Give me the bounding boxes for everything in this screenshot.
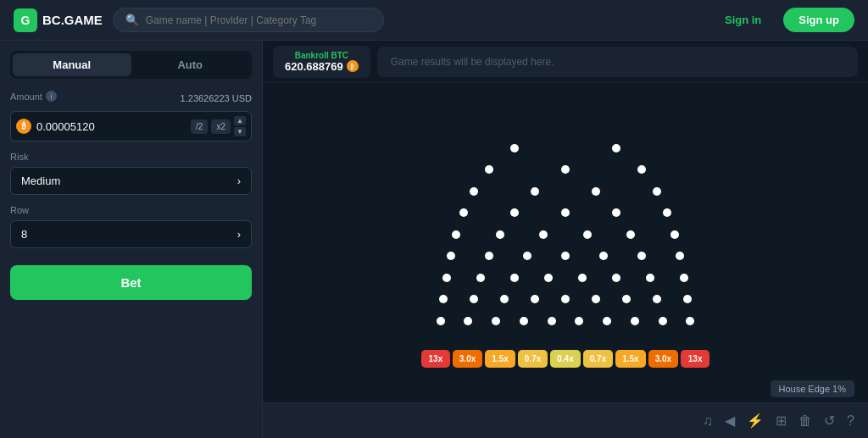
peg bbox=[637, 165, 646, 174]
peg bbox=[599, 252, 608, 260]
peg bbox=[663, 208, 671, 217]
game-area: Bankroll BTC 620.688769 ₿ Game results w… bbox=[263, 41, 868, 438]
game-topbar: Bankroll BTC 620.688769 ₿ Game results w… bbox=[263, 41, 868, 83]
results-bar: Game results will be displayed here. bbox=[377, 47, 858, 77]
peg bbox=[439, 295, 448, 303]
multiplier-box: 13x bbox=[421, 350, 450, 368]
double-button[interactable]: x2 bbox=[211, 119, 231, 134]
bet-button[interactable]: Bet bbox=[10, 265, 252, 300]
lightning-icon[interactable]: ⚡ bbox=[747, 413, 764, 429]
peg bbox=[531, 295, 539, 303]
peg bbox=[539, 230, 548, 239]
peg bbox=[464, 317, 472, 325]
peg bbox=[510, 274, 519, 282]
peg bbox=[561, 165, 570, 174]
peg bbox=[447, 252, 455, 260]
grid-icon[interactable]: ⊞ bbox=[776, 413, 787, 429]
btc-icon: ₿ bbox=[16, 119, 31, 134]
music-icon[interactable]: ♫ bbox=[703, 413, 713, 429]
peg bbox=[442, 274, 451, 282]
peg bbox=[520, 317, 528, 325]
plinko-board: 13x3.0x1.5x0.7x0.4x0.7x1.5x3.0x13x bbox=[263, 83, 868, 402]
peg bbox=[603, 317, 611, 325]
results-text: Game results will be displayed here. bbox=[391, 56, 554, 68]
peg bbox=[676, 252, 684, 260]
multipliers-row: 13x3.0x1.5x0.7x0.4x0.7x1.5x3.0x13x bbox=[421, 350, 709, 368]
sidebar: Manual Auto Amount i 1.23626223 USD ₿ /2… bbox=[0, 41, 263, 438]
peg bbox=[459, 208, 468, 217]
spinner-up[interactable]: ▲ bbox=[234, 116, 246, 125]
bet-input[interactable] bbox=[36, 120, 186, 133]
multiplier-box: 0.4x bbox=[550, 350, 580, 368]
peg bbox=[500, 295, 509, 303]
peg bbox=[496, 230, 504, 239]
peg bbox=[646, 274, 654, 282]
peg bbox=[626, 230, 635, 239]
risk-value: Medium bbox=[21, 175, 60, 187]
multiplier-box: 3.0x bbox=[453, 350, 482, 368]
multiplier-box: 13x bbox=[681, 350, 709, 368]
risk-chevron: › bbox=[237, 175, 241, 187]
peg bbox=[575, 317, 583, 325]
peg bbox=[653, 187, 661, 196]
house-edge-label: House Edge 1% bbox=[771, 380, 855, 397]
search-input[interactable] bbox=[146, 14, 371, 26]
peg bbox=[670, 230, 679, 239]
spinner-down[interactable]: ▼ bbox=[234, 127, 246, 136]
bankroll-box: Bankroll BTC 620.688769 ₿ bbox=[273, 46, 370, 78]
peg bbox=[476, 274, 485, 282]
peg bbox=[492, 317, 500, 325]
bankroll-value: 620.688769 ₿ bbox=[285, 60, 359, 73]
row-select[interactable]: 8 › bbox=[10, 220, 252, 248]
peg bbox=[612, 274, 620, 282]
peg bbox=[612, 208, 620, 217]
bet-controls: /2 x2 ▲ ▼ bbox=[191, 116, 246, 136]
multiplier-box: 0.7x bbox=[518, 350, 548, 368]
search-bar[interactable]: 🔍 bbox=[113, 8, 384, 32]
refresh-icon[interactable]: ↺ bbox=[824, 413, 835, 429]
peg bbox=[612, 144, 620, 152]
multiplier-box: 1.5x bbox=[615, 350, 645, 368]
peg bbox=[470, 295, 478, 303]
peg bbox=[637, 252, 646, 260]
peg bbox=[470, 187, 478, 196]
risk-select[interactable]: Medium › bbox=[10, 167, 252, 195]
peg bbox=[578, 274, 587, 282]
peg bbox=[631, 317, 639, 325]
peg bbox=[622, 295, 631, 303]
trash-icon[interactable]: 🗑 bbox=[798, 413, 812, 429]
peg bbox=[680, 274, 688, 282]
risk-label: Risk bbox=[10, 152, 252, 162]
row-value: 8 bbox=[21, 228, 27, 241]
amount-label: Amount i bbox=[10, 91, 57, 102]
row-chevron: › bbox=[237, 228, 241, 241]
peg bbox=[683, 295, 692, 303]
multiplier-box: 1.5x bbox=[485, 350, 515, 368]
peg bbox=[592, 187, 600, 196]
peg bbox=[653, 295, 661, 303]
signup-button[interactable]: Sign up bbox=[783, 8, 854, 32]
peg bbox=[452, 230, 460, 239]
help-icon[interactable]: ? bbox=[847, 413, 854, 429]
tab-auto[interactable]: Auto bbox=[131, 53, 250, 76]
peg bbox=[485, 165, 493, 174]
peg bbox=[523, 252, 531, 260]
multiplier-box: 0.7x bbox=[583, 350, 613, 368]
peg bbox=[561, 295, 570, 303]
half-button[interactable]: /2 bbox=[191, 119, 208, 134]
tab-manual[interactable]: Manual bbox=[13, 53, 131, 76]
peg bbox=[531, 187, 539, 196]
logo-text: BC.GAME bbox=[42, 13, 103, 27]
amount-usd: 1.23626223 USD bbox=[181, 93, 252, 103]
multiplier-box: 3.0x bbox=[648, 350, 678, 368]
peg bbox=[548, 317, 556, 325]
row-label: Row bbox=[10, 205, 252, 215]
amount-info-icon[interactable]: i bbox=[46, 91, 57, 102]
peg bbox=[659, 317, 667, 325]
signin-button[interactable]: Sign in bbox=[713, 8, 773, 31]
logo: G BC.GAME bbox=[14, 8, 103, 32]
volume-icon[interactable]: ◀ bbox=[725, 413, 735, 429]
peg bbox=[561, 208, 570, 217]
peg bbox=[510, 208, 519, 217]
bankroll-title: Bankroll BTC bbox=[285, 51, 359, 60]
